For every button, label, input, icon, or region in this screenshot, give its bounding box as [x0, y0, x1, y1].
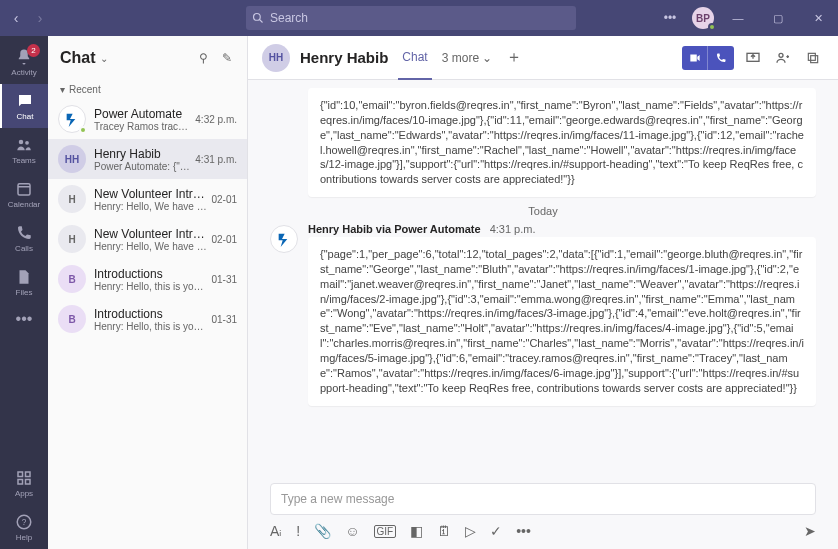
format-icon[interactable]: Aᵢ — [270, 523, 282, 539]
chat-row[interactable]: BIntroductionsHenry: Hello, this is your… — [48, 299, 247, 339]
chat-subtitle: Tracey Ramos tracey.ramos@… — [94, 121, 191, 132]
schedule-icon[interactable]: 🗓 — [437, 523, 451, 539]
rail-calendar-label: Calendar — [8, 200, 40, 209]
tab-chat[interactable]: Chat — [398, 36, 431, 80]
video-call-icon[interactable] — [682, 46, 708, 70]
chat-row[interactable]: Power AutomateTracey Ramos tracey.ramos@… — [48, 99, 247, 139]
chat-row[interactable]: HHHenry HabibPower Automate: {"page":1,"… — [48, 139, 247, 179]
power-automate-icon — [64, 111, 80, 127]
chat-time: 4:32 p.m. — [195, 114, 237, 125]
chat-title: New Volunteer Introduct… — [94, 227, 207, 241]
sticker-icon[interactable]: ◧ — [410, 523, 423, 539]
stream-icon[interactable]: ▷ — [465, 523, 476, 539]
conv-avatar-initials: HH — [269, 52, 283, 63]
help-icon: ? — [15, 513, 33, 531]
gif-icon[interactable]: GIF — [374, 525, 397, 538]
presence-available-icon — [708, 23, 716, 31]
chat-subtitle: Henry: Hello, We have a new vol… — [94, 201, 207, 212]
chat-row[interactable]: HNew Volunteer Introduct…Henry: Hello, W… — [48, 179, 247, 219]
rail-activity[interactable]: 2 Activity — [0, 40, 48, 84]
message-row: Henry Habib via Power Automate 4:31 p.m.… — [270, 223, 816, 413]
teams-icon — [15, 136, 33, 154]
svg-rect-8 — [18, 479, 23, 484]
window-maximize-icon[interactable]: ▢ — [762, 4, 794, 32]
rail-apps-label: Apps — [15, 489, 33, 498]
chat-row[interactable]: HNew Volunteer Introduct…Henry: Hello, W… — [48, 219, 247, 259]
urgent-icon[interactable]: ! — [296, 523, 300, 539]
window-minimize-icon[interactable]: — — [722, 4, 754, 32]
people-icon[interactable] — [772, 47, 794, 69]
conversation-header: HH Henry Habib Chat 3 more ⌄ ＋ — [248, 36, 838, 80]
search-icon — [252, 12, 264, 24]
svg-rect-4 — [18, 183, 30, 194]
svg-rect-7 — [26, 472, 31, 477]
more-icon[interactable]: ••• — [656, 4, 684, 32]
apps-icon — [15, 469, 33, 487]
svg-rect-15 — [811, 55, 818, 62]
nav-back-icon[interactable]: ‹ — [6, 8, 26, 28]
chat-list-title: Chat — [60, 49, 96, 67]
svg-point-13 — [779, 53, 783, 57]
nav-forward-icon[interactable]: › — [30, 8, 50, 28]
rail-activity-label: Activity — [11, 68, 36, 77]
rail-files[interactable]: Files — [0, 260, 48, 304]
chat-time: 4:31 p.m. — [195, 154, 237, 165]
svg-point-2 — [19, 139, 24, 144]
attach-icon[interactable]: 📎 — [314, 523, 331, 539]
compose-input[interactable]: Type a new message — [270, 483, 816, 515]
phone-icon — [15, 224, 33, 242]
compose-toolbar: Aᵢ ! 📎 ☺ GIF ◧ 🗓 ▷ ✓ ••• ➤ — [248, 523, 838, 549]
send-icon[interactable]: ➤ — [804, 523, 816, 539]
search-input[interactable]: Search — [246, 6, 576, 30]
new-chat-icon[interactable]: ✎ — [219, 50, 235, 66]
caret-down-icon: ▾ — [60, 84, 65, 95]
window-close-icon[interactable]: ✕ — [802, 4, 834, 32]
chat-time: 02-01 — [211, 194, 237, 205]
conversation-panel: HH Henry Habib Chat 3 more ⌄ ＋ {"id":10,… — [248, 36, 838, 549]
chat-time: 02-01 — [211, 234, 237, 245]
conversation-title: Henry Habib — [300, 49, 388, 66]
activity-badge: 2 — [27, 44, 40, 57]
chat-avatar: B — [58, 305, 86, 333]
rail-help[interactable]: ? Help — [0, 505, 48, 549]
search-placeholder: Search — [270, 11, 308, 25]
chat-title: Henry Habib — [94, 147, 191, 161]
rail-chat-label: Chat — [17, 112, 34, 121]
presence-available-icon — [79, 126, 87, 134]
call-buttons — [682, 46, 734, 70]
approval-icon[interactable]: ✓ — [490, 523, 502, 539]
title-bar: ‹ › Search ••• BP — ▢ ✕ — [0, 0, 838, 36]
conversation-avatar[interactable]: HH — [262, 44, 290, 72]
more-compose-icon[interactable]: ••• — [516, 523, 531, 539]
svg-text:?: ? — [22, 518, 27, 527]
rail-files-label: Files — [16, 288, 33, 297]
add-tab-icon[interactable]: ＋ — [506, 47, 522, 68]
chat-time: 01-31 — [211, 274, 237, 285]
rail-apps[interactable]: Apps — [0, 461, 48, 505]
chat-avatar: HH — [58, 145, 86, 173]
message-sender: Henry Habib via Power Automate — [308, 223, 481, 235]
svg-line-1 — [260, 20, 263, 23]
tabs-more-label: 3 more — [442, 51, 479, 65]
share-screen-icon[interactable] — [742, 47, 764, 69]
rail-more[interactable]: ••• — [0, 304, 48, 334]
rail-calls[interactable]: Calls — [0, 216, 48, 260]
chat-section-recent[interactable]: ▾ Recent — [48, 80, 247, 99]
tabs-more[interactable]: 3 more ⌄ — [442, 51, 493, 65]
rail-calendar[interactable]: Calendar — [0, 172, 48, 216]
chat-row[interactable]: BIntroductionsHenry: Hello, this is your… — [48, 259, 247, 299]
chat-avatar: H — [58, 185, 86, 213]
profile-avatar[interactable]: BP — [692, 7, 714, 29]
chat-title: New Volunteer Introduct… — [94, 187, 207, 201]
svg-point-0 — [254, 14, 261, 21]
rail-chat[interactable]: Chat — [0, 84, 48, 128]
chevron-down-icon[interactable]: ⌄ — [100, 53, 108, 64]
rail-teams[interactable]: Teams — [0, 128, 48, 172]
filter-icon[interactable]: ⚲ — [195, 50, 211, 66]
message-time: 4:31 p.m. — [490, 223, 536, 235]
emoji-icon[interactable]: ☺ — [345, 523, 359, 539]
popout-icon[interactable] — [802, 47, 824, 69]
audio-call-icon[interactable] — [708, 46, 734, 70]
svg-rect-9 — [26, 479, 31, 484]
svg-rect-14 — [808, 53, 815, 60]
